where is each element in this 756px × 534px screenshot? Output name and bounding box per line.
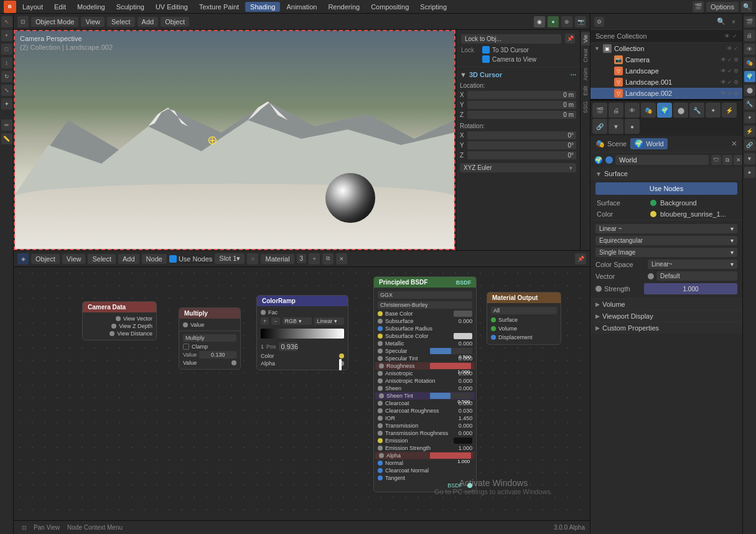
move-icon[interactable]: ↖ xyxy=(1,16,12,27)
node-object-btn[interactable]: Object xyxy=(31,254,60,264)
viewport-mode-icon[interactable]: ⊡ xyxy=(17,16,29,27)
node-close-btn[interactable]: ✕ xyxy=(336,253,347,265)
props-tab-world[interactable]: 🌍 xyxy=(657,103,672,118)
rot-y-input[interactable] xyxy=(467,141,576,149)
sc-col-lock-icon[interactable]: ✓ xyxy=(734,45,739,52)
viewport-shading-rendered[interactable]: ● xyxy=(548,16,559,27)
loc-x-input[interactable] xyxy=(467,91,576,99)
scene-tab-btn[interactable]: 🎭 Scene xyxy=(595,139,627,148)
props-constraints-icon[interactable]: 🔗 xyxy=(744,139,755,151)
sc-exclude-icon[interactable]: ✓ xyxy=(732,33,737,39)
color-space-select[interactable]: Linear~ ▾ xyxy=(648,260,737,269)
props-particles-icon[interactable]: ✦ xyxy=(744,112,755,123)
props-output-icon[interactable]: 🖨 xyxy=(744,30,755,41)
props-tab-render[interactable]: 🎬 xyxy=(592,103,607,118)
pbsdf-emission-swatch[interactable] xyxy=(454,438,472,444)
pbsdf-ggx-select[interactable]: GGX xyxy=(378,291,472,299)
rot-z-input[interactable] xyxy=(467,151,576,159)
node-node-btn[interactable]: Node xyxy=(142,254,167,264)
node-copy-btn[interactable]: ⧉ xyxy=(322,253,334,265)
sc-land001-lock-icon[interactable]: ⚙ xyxy=(734,79,739,85)
props-view-icon[interactable]: 👁 xyxy=(744,44,755,55)
world-unlink-btn[interactable]: ✕ xyxy=(734,155,742,165)
use-nodes-toggle[interactable]: Use Nodes xyxy=(169,255,212,263)
multiply-value-input[interactable]: 0.130 xyxy=(199,351,236,358)
props-tab-physics[interactable]: ⚡ xyxy=(722,103,737,118)
sc-row-landscape-002[interactable]: ▽ Landscape.002 👁 ✓ ⚙ xyxy=(590,88,742,99)
viewport-overlay-btn[interactable]: ⊕ xyxy=(561,16,572,27)
lock-cursor-checkbox[interactable] xyxy=(482,46,490,54)
props-tab-output[interactable]: 🖨 xyxy=(609,103,623,118)
multiply-clamp-check[interactable] xyxy=(183,344,189,350)
matout-all-select[interactable]: All xyxy=(491,307,557,314)
sc-land001-vis-icon[interactable]: 👁 xyxy=(721,79,726,85)
sc-land-lock-icon[interactable]: ⚙ xyxy=(734,68,739,74)
rotate-icon[interactable]: ↻ xyxy=(1,71,12,82)
cursor-icon[interactable]: + xyxy=(1,30,12,41)
viewport-select-btn[interactable]: Select xyxy=(107,17,135,27)
rp-more-icon[interactable]: ≡ xyxy=(729,17,739,27)
props-object-icon[interactable]: ⬤ xyxy=(744,85,755,96)
euler-select[interactable]: XYZ Euler ▾ xyxy=(460,163,576,172)
vector-select[interactable]: Default xyxy=(656,271,737,281)
colorramp-marker[interactable] xyxy=(339,359,342,370)
linear-select[interactable]: Linear ~ ▾ xyxy=(595,224,737,233)
props-tab-material[interactable]: ● xyxy=(625,119,640,134)
sc-row-landscape-001[interactable]: ▽ Landscape.001 👁 ✓ ⚙ xyxy=(590,77,742,88)
menu-layout[interactable]: Layout xyxy=(17,2,48,12)
annotate-icon[interactable]: ✏ xyxy=(1,119,12,131)
menu-edit[interactable]: Edit xyxy=(49,2,71,12)
props-tab-object[interactable]: ⬤ xyxy=(673,103,688,118)
cr-minus-btn[interactable]: + xyxy=(261,317,269,325)
world-shield-btn[interactable]: 🛡 xyxy=(711,155,721,165)
volume-section-header[interactable]: ▶ Volume xyxy=(590,298,742,310)
cr-plus-btn[interactable]: − xyxy=(271,317,279,325)
transform-icon[interactable]: ✦ xyxy=(1,98,12,110)
equirect-select[interactable]: Equirectangular ▾ xyxy=(595,236,737,245)
vtab-create[interactable]: Creat xyxy=(581,46,590,65)
strength-bar[interactable]: 1.000 xyxy=(644,283,737,294)
grab-icon[interactable]: ↕ xyxy=(1,57,12,68)
viewport-object-btn[interactable]: Object xyxy=(161,17,189,27)
rp-filter-icon[interactable]: ⚙ xyxy=(594,17,604,27)
props-scene-icon[interactable]: 🎭 xyxy=(744,57,755,68)
node-add-btn[interactable]: Add xyxy=(118,254,139,264)
props-tab-scene[interactable]: 🎭 xyxy=(641,103,656,118)
menu-scripting[interactable]: Scripting xyxy=(415,2,452,12)
sc-row-camera[interactable]: 📷 Camera 👁 ✓ ⚙ xyxy=(590,54,742,65)
vtab-view[interactable]: Vie xyxy=(581,32,590,45)
sc-row-landscape[interactable]: ▽ Landscape 👁 ✓ ⚙ xyxy=(590,65,742,77)
sc-cam-select-icon[interactable]: ✓ xyxy=(727,57,732,63)
viewport-shading-solid[interactable]: ◉ xyxy=(534,16,545,27)
sc-cam-lock-icon[interactable]: ⚙ xyxy=(734,57,739,63)
world-tab-btn[interactable]: 🌍 World xyxy=(630,138,668,149)
props-tab-particles[interactable]: ✦ xyxy=(706,103,721,118)
node-view-btn[interactable]: View xyxy=(62,254,86,264)
sc-row-collection[interactable]: ▼ ▣ Collection 👁 ✓ xyxy=(590,43,742,54)
sc-land002-select-icon[interactable]: ✓ xyxy=(727,90,732,96)
props-material-icon[interactable]: ● xyxy=(744,167,755,178)
material-btn[interactable]: Material xyxy=(261,254,294,264)
multiply-op-select[interactable]: Multiply xyxy=(183,334,236,342)
props-tab-constraints[interactable]: 🔗 xyxy=(592,119,607,134)
menu-texture-paint[interactable]: Texture Paint xyxy=(194,2,244,12)
sc-land002-lock-icon[interactable]: ⚙ xyxy=(734,90,739,96)
cr-type-select[interactable]: RGB ▾ xyxy=(282,317,312,325)
menu-uv-editing[interactable]: UV Editing xyxy=(151,2,193,12)
props-render-icon[interactable]: 🎬 xyxy=(744,16,755,27)
cr-interp-select[interactable]: Linear ▾ xyxy=(314,317,344,325)
select-box-icon[interactable]: □ xyxy=(1,44,12,55)
single-image-select[interactable]: Single Image ▾ xyxy=(595,248,737,257)
props-tab-data[interactable]: ▼ xyxy=(609,119,623,134)
props-tab-view[interactable]: 👁 xyxy=(625,103,640,118)
viewport-camera-btn[interactable]: 📷 xyxy=(575,16,586,27)
sc-col-vis-icon[interactable]: 👁 xyxy=(727,45,732,52)
search-icon-top[interactable]: 🔍 xyxy=(741,1,752,12)
pbsdf-subsurface-color-swatch[interactable] xyxy=(454,333,472,339)
sc-hide-icon[interactable]: 👁 xyxy=(724,33,730,39)
sc-land002-vis-icon[interactable]: 👁 xyxy=(721,90,726,96)
blender-logo[interactable]: B xyxy=(4,1,16,13)
props-modifier-icon[interactable]: 🔧 xyxy=(744,98,755,110)
world-name-input[interactable] xyxy=(615,155,709,165)
rp-search-icon[interactable]: 🔍 xyxy=(716,17,726,27)
